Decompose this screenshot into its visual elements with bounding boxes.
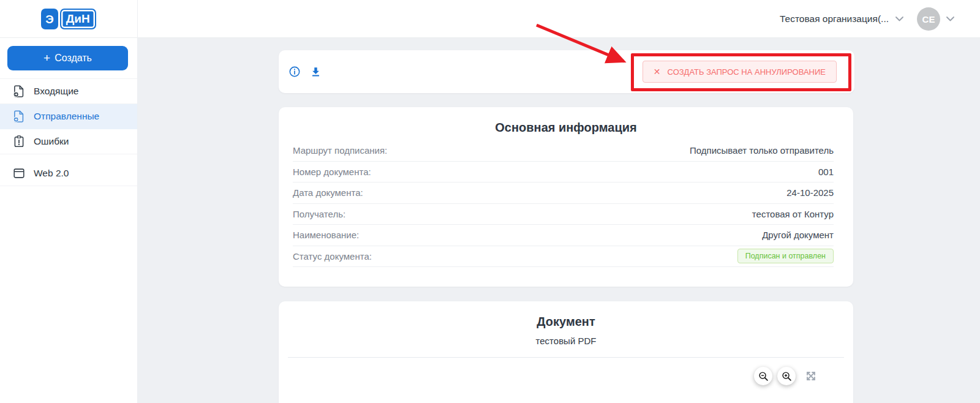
- logo-left-tile: Э: [41, 9, 58, 29]
- sent-document-icon: [12, 110, 26, 123]
- create-cancellation-request-button[interactable]: ✕ СОЗДАТЬ ЗАПРОС НА АННУЛИРОВАНИЕ: [643, 61, 837, 83]
- sidebar-item-errors[interactable]: Ошибки: [0, 129, 137, 154]
- header-right: Тестовая организация(... CE: [780, 0, 954, 38]
- info-rows: Маршрут подписания: Подписывает только о…: [279, 140, 853, 267]
- status-badge: Подписан и отправлен: [737, 249, 834, 263]
- document-toolbar: ✕ СОЗДАТЬ ЗАПРОС НА АННУЛИРОВАНИЕ: [279, 50, 854, 93]
- user-menu[interactable]: CE: [917, 7, 954, 31]
- row-value: Другой документ: [762, 230, 834, 240]
- zoom-out-button[interactable]: [754, 367, 772, 385]
- logo-right-tile: ДиН: [60, 9, 96, 29]
- org-name: Тестовая организация(...: [780, 13, 889, 24]
- nav-divider: [0, 154, 137, 161]
- sidebar-nav: Входящие Отправленные Ошибки: [0, 78, 137, 186]
- zoom-out-icon: [758, 371, 769, 382]
- incoming-document-icon: [12, 85, 26, 98]
- sidebar-item-web[interactable]: Web 2.0: [0, 161, 137, 186]
- sidebar-item-sent[interactable]: Отправленные: [0, 104, 137, 129]
- divider: [288, 357, 844, 358]
- row-label: Маршрут подписания:: [293, 145, 387, 156]
- info-row-recipient: Получатель: тестовая от Контур: [293, 204, 834, 225]
- sidebar-item-incoming[interactable]: Входящие: [0, 79, 137, 104]
- fullscreen-expand-icon: [804, 369, 818, 383]
- info-row-status: Статус документа: Подписан и отправлен: [293, 246, 834, 268]
- sidebar-item-label: Ошибки: [34, 136, 69, 147]
- sidebar-item-label: Входящие: [34, 86, 79, 97]
- info-row-document-date: Дата документа: 24-10-2025: [293, 183, 834, 204]
- row-label: Получатель:: [293, 209, 345, 219]
- create-button-label: Создать: [55, 53, 92, 64]
- preview-controls: [279, 367, 853, 385]
- document-card-title: Документ: [279, 301, 853, 329]
- info-row-signing-route: Маршрут подписания: Подписывает только о…: [293, 140, 834, 162]
- row-value: Подписывает только отправитель: [690, 145, 834, 156]
- info-card-title: Основная информация: [279, 107, 853, 135]
- info-row-name: Наименование: Другой документ: [293, 225, 834, 246]
- plus-icon: +: [43, 52, 50, 64]
- sidebar-item-label: Отправленные: [34, 111, 99, 122]
- create-button[interactable]: + Создать: [7, 46, 128, 70]
- errors-clipboard-icon: [12, 135, 26, 148]
- row-label: Статус документа:: [293, 251, 372, 262]
- zoom-in-icon: [782, 371, 792, 382]
- row-label: Дата документа:: [293, 187, 363, 198]
- chevron-down-icon: [895, 17, 903, 21]
- chevron-down-icon: [946, 17, 954, 21]
- download-button[interactable]: [310, 66, 322, 78]
- web-window-icon: [12, 167, 26, 180]
- header: Тестовая организация(... CE: [0, 0, 980, 38]
- row-value: 001: [818, 167, 834, 177]
- sidebar-item-label: Web 2.0: [34, 168, 69, 179]
- info-button[interactable]: [288, 66, 301, 78]
- zoom-in-button[interactable]: [777, 367, 796, 385]
- download-icon: [310, 66, 322, 78]
- logo-area: Э ДиН: [0, 0, 137, 38]
- row-value: 24-10-2025: [786, 187, 834, 198]
- info-row-document-number: Номер документа: 001: [293, 162, 834, 183]
- close-icon: ✕: [654, 67, 661, 76]
- cancel-button-label: СОЗДАТЬ ЗАПРОС НА АННУЛИРОВАНИЕ: [668, 67, 826, 77]
- document-preview-card: Документ тестовый PDF: [279, 301, 853, 403]
- edin-logo[interactable]: Э ДиН: [41, 9, 96, 29]
- sidebar: Э ДиН + Создать Входящие Отправленные: [0, 0, 138, 403]
- row-value: тестовая от Контур: [752, 209, 834, 219]
- info-circle-icon: [288, 66, 301, 78]
- fullscreen-button[interactable]: [804, 369, 818, 383]
- org-switcher[interactable]: Тестовая организация(...: [780, 13, 903, 24]
- row-label: Номер документа:: [293, 167, 371, 177]
- avatar: CE: [917, 7, 940, 31]
- document-file-name: тестовый PDF: [279, 336, 853, 346]
- row-label: Наименование:: [293, 230, 359, 240]
- main-info-card: Основная информация Маршрут подписания: …: [279, 107, 853, 287]
- toolbar-icons: [288, 50, 322, 93]
